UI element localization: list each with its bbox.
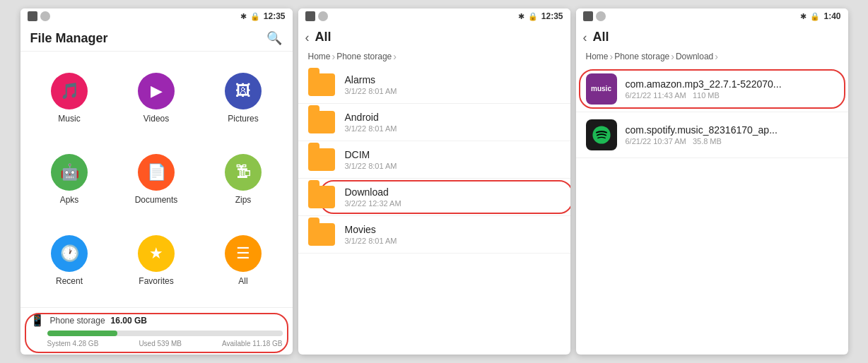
square-icon-3: [583, 11, 593, 21]
folder-info-android: Android 3/1/22 8:01 AM: [345, 112, 561, 133]
folder-date-android: 3/1/22 8:01 AM: [345, 124, 561, 133]
storage-details: System 4.28 GB Used 539 MB Available 11.…: [47, 340, 283, 347]
status-right-1: ✱ 🔒 12:35: [240, 11, 286, 21]
status-right-2: ✱ 🔒 12:35: [518, 11, 563, 21]
circle-icon-3: [596, 11, 606, 21]
folder-name-download: Download: [345, 186, 561, 198]
zips-icon: 🗜: [225, 154, 262, 191]
storage-system: System 4.28 GB: [47, 340, 99, 347]
file-meta-spotify: 6/21/22 10:37 AM 35.8 MB: [626, 137, 838, 145]
folder-info-alarms: Alarms 3/1/22 8:01 AM: [345, 74, 561, 95]
spotify-icon: [586, 119, 617, 150]
grid-item-recent[interactable]: 🕐 Recent: [28, 222, 112, 300]
grid-item-documents[interactable]: 📄 Documents: [115, 140, 199, 218]
bluetooth-icon-2: ✱: [518, 12, 524, 21]
breadcrumb-sep2-3: ›: [671, 51, 674, 62]
file-meta-amazon: 6/21/22 11:43 AM 110 MB: [626, 91, 838, 100]
folder-list: Alarms 3/1/22 8:01 AM Android 3/1/22 8:0…: [298, 66, 570, 355]
folder-item-download[interactable]: Download 3/2/22 12:32 AM: [298, 179, 570, 216]
breadcrumb-download-3[interactable]: Download: [676, 52, 713, 61]
nav-header-2: ‹ All: [298, 24, 570, 49]
status-bar-1: ✱ 🔒 12:35: [20, 8, 293, 24]
status-left-icons-3: [583, 11, 606, 21]
file-info-spotify: com.spotify.music_82316170_ap... 6/21/22…: [626, 124, 838, 145]
all-label: All: [238, 276, 247, 286]
bluetooth-icon: ✱: [240, 12, 247, 21]
nav-header-3: ‹ All: [576, 24, 848, 49]
folder-icon-download: [308, 186, 335, 208]
file-item-amazon[interactable]: music com.amazon.mp3_22.7.1-522070... 6/…: [576, 66, 848, 112]
pictures-label: Pictures: [228, 114, 258, 124]
file-item-spotify[interactable]: com.spotify.music_82316170_ap... 6/21/22…: [576, 112, 848, 158]
folder-name-android: Android: [345, 112, 561, 123]
grid-item-apks[interactable]: 🤖 Apks: [28, 140, 112, 218]
file-size-amazon: 110 MB: [693, 91, 720, 100]
nav-title-3: All: [593, 30, 609, 44]
file-info-amazon: com.amazon.mp3_22.7.1-522070... 6/21/22 …: [626, 78, 838, 100]
favorites-label: Favorites: [139, 276, 173, 286]
lock-icon: 🔒: [250, 12, 260, 21]
folder-item-android[interactable]: Android 3/1/22 8:01 AM: [298, 104, 570, 141]
folder-name-dcim: DCIM: [345, 149, 561, 160]
status-bar-2: ✱ 🔒 12:35: [298, 8, 570, 24]
grid-item-pictures[interactable]: 🖼 Pictures: [201, 59, 286, 137]
breadcrumb-home-2[interactable]: Home: [308, 52, 331, 61]
breadcrumb-sep-1-2: ›: [332, 51, 336, 62]
documents-label: Documents: [135, 195, 178, 205]
folder-date-dcim: 3/1/22 8:01 AM: [345, 162, 561, 170]
music-icon: 🎵: [51, 73, 88, 109]
screen-phone-storage: ✱ 🔒 12:35 ‹ All Home › Phone storage › A…: [298, 8, 570, 355]
breadcrumb-sep-2-2: ›: [393, 51, 397, 62]
grid-item-videos[interactable]: ▶ Videos: [115, 59, 199, 137]
videos-icon: ▶: [138, 73, 175, 109]
bluetooth-icon-3: ✱: [800, 12, 807, 21]
folder-info-download: Download 3/2/22 12:32 AM: [345, 186, 561, 208]
storage-available: Available 11.18 GB: [222, 340, 282, 347]
file-date-amazon: 6/21/22 11:43 AM: [626, 91, 686, 100]
grid-item-music[interactable]: 🎵 Music: [28, 59, 112, 137]
square-icon: [28, 11, 37, 21]
apks-label: Apks: [60, 195, 79, 205]
status-left-icons-2: [305, 11, 328, 21]
folder-item-dcim[interactable]: DCIM 3/1/22 8:01 AM: [298, 141, 570, 179]
storage-section: 📱 Phone storage 16.00 GB System 4.28 GB …: [20, 307, 293, 355]
breadcrumb-phone-storage-3[interactable]: Phone storage: [614, 52, 669, 61]
folder-icon-android: [308, 111, 335, 133]
status-time-2: 12:35: [541, 11, 563, 21]
status-bar-3: ✱ 🔒 1:40: [576, 8, 848, 24]
folder-name-alarms: Alarms: [345, 74, 561, 85]
circle-icon: [40, 11, 50, 21]
breadcrumb-sep1-3: ›: [610, 51, 614, 62]
storage-bar-container: [47, 331, 283, 336]
file-category-grid: 🎵 Music ▶ Videos 🖼 Pictures 🤖 Apks 📄 Doc…: [20, 52, 293, 307]
circle-icon-2: [318, 11, 328, 21]
file-size-spotify: 35.8 MB: [693, 137, 722, 145]
breadcrumb-sep3-3: ›: [715, 51, 718, 62]
square-icon-2: [305, 11, 315, 21]
breadcrumb-phone-storage-2[interactable]: Phone storage: [336, 52, 392, 61]
zips-label: Zips: [235, 195, 252, 205]
grid-item-zips[interactable]: 🗜 Zips: [201, 140, 286, 218]
storage-size: 16.00 GB: [111, 316, 147, 326]
grid-item-favorites[interactable]: ★ Favorites: [115, 222, 199, 300]
folder-item-movies[interactable]: Movies 3/1/22 8:01 AM: [298, 216, 570, 254]
breadcrumb-home-3[interactable]: Home: [586, 52, 609, 61]
grid-item-all[interactable]: ☰ All: [201, 222, 286, 300]
breadcrumb-2: Home › Phone storage ›: [298, 49, 570, 66]
pictures-icon: 🖼: [225, 73, 262, 109]
status-time-1: 12:35: [264, 11, 286, 21]
folder-item-alarms[interactable]: Alarms 3/1/22 8:01 AM: [298, 66, 570, 104]
folder-icon-alarms: [308, 73, 335, 96]
search-button[interactable]: 🔍: [266, 30, 283, 47]
folder-icon-dcim: [308, 148, 335, 171]
phone-storage-icon: 📱: [30, 314, 45, 327]
amazon-music-icon: music: [586, 73, 617, 105]
back-button-3[interactable]: ‹: [583, 31, 587, 44]
screen-download: ✱ 🔒 1:40 ‹ All Home › Phone storage › Do…: [576, 8, 848, 355]
back-button-2[interactable]: ‹: [305, 31, 310, 44]
storage-title: Phone storage: [50, 316, 105, 326]
breadcrumb-3: Home › Phone storage › Download ›: [576, 49, 848, 66]
storage-header-row: 📱 Phone storage 16.00 GB: [30, 314, 283, 327]
status-time-3: 1:40: [823, 11, 840, 21]
screen-file-manager: ✱ 🔒 12:35 File Manager 🔍 🎵 Music ▶ Video…: [20, 8, 293, 355]
